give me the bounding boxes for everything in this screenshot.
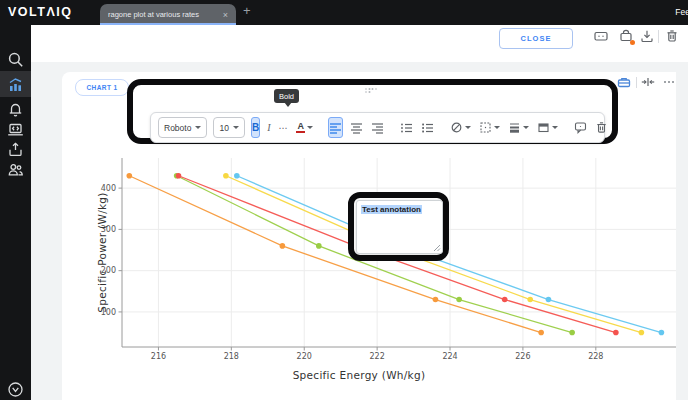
collapse-button[interactable] (640, 75, 656, 89)
font-family-value: Roboto (164, 123, 191, 133)
series-yellow-point (527, 297, 533, 303)
divider (636, 77, 637, 88)
x-axis-label: Specific Energy (Wh/kg) (293, 369, 426, 381)
download-icon (640, 29, 654, 43)
numbered-list-button[interactable] (420, 117, 435, 138)
delete-annotation-button[interactable] (594, 117, 609, 138)
bold-tooltip-caret (284, 102, 292, 107)
tab-ragone[interactable]: ragone plot at various rates × (100, 4, 236, 25)
collapse-icon (641, 75, 655, 89)
highlight-box-toolbar: Roboto 10 B I ⋯ A (127, 79, 618, 144)
align-left-icon (329, 122, 342, 134)
series-orange-point (126, 173, 132, 179)
notification-dot (630, 40, 635, 45)
series-green-point (569, 330, 575, 336)
toolbox-button[interactable] (616, 75, 632, 89)
close-button[interactable]: CLOSE (499, 28, 573, 49)
series-orange-point (280, 243, 286, 249)
merge-cells-icon (537, 121, 550, 134)
align-center-icon (350, 122, 363, 134)
y-axis-label: Specific Power (W/kg) (96, 192, 108, 312)
chevron-down-icon (494, 126, 500, 129)
series-blue-point (234, 173, 240, 179)
delete-chart-button[interactable] (664, 28, 680, 44)
users-icon (7, 161, 24, 178)
comment-button[interactable] (573, 117, 588, 138)
series-green-point (316, 243, 322, 249)
ragone-chart[interactable]: 216218220222224226228100200300400Specifi… (62, 150, 676, 400)
divider (658, 30, 659, 43)
series-red-point (176, 173, 182, 179)
ellipsis-icon (662, 75, 676, 89)
highlight-box-annotation: Test annotation (348, 192, 449, 261)
line-weight-button[interactable] (507, 117, 530, 138)
bullet-list-button[interactable] (399, 117, 414, 138)
merge-cells-button[interactable] (536, 117, 559, 138)
fill-color-button[interactable] (449, 117, 472, 138)
trash-icon (595, 121, 608, 134)
drag-handle[interactable] (365, 88, 380, 93)
sidebar-item-charts[interactable] (0, 71, 31, 97)
x-tick-label: 224 (442, 352, 457, 361)
bold-tooltip: Bold (274, 89, 299, 103)
series-red-point (613, 330, 619, 336)
new-tab-button[interactable]: + (243, 3, 251, 18)
v-circle-icon (7, 381, 24, 398)
trash-icon (665, 29, 679, 43)
tab-title: ragone plot at various rates (108, 10, 219, 19)
bell-icon (7, 101, 24, 118)
y-tick-label: 400 (101, 184, 116, 193)
tag-icon (594, 29, 608, 43)
feedback-link[interactable]: Fee (675, 7, 688, 17)
x-tick-label: 222 (369, 352, 384, 361)
align-left-button[interactable] (328, 117, 343, 138)
chart-tab-button[interactable]: CHART 1 (75, 79, 129, 96)
x-tick-label: 226 (515, 352, 530, 361)
toolbox-icon (617, 75, 631, 89)
italic-button[interactable]: I (266, 117, 271, 138)
font-size-select[interactable]: 10 (213, 117, 244, 138)
upload-icon (7, 141, 24, 158)
x-tick-label: 228 (588, 352, 603, 361)
overflow-button[interactable]: ⋯ (277, 117, 289, 138)
chevron-down-icon (233, 126, 239, 129)
tab-active-indicator (100, 23, 236, 25)
chevron-down-icon (307, 126, 313, 129)
chevron-down-icon (465, 126, 471, 129)
sidebar-item-search[interactable] (0, 46, 31, 72)
borders-button[interactable] (478, 117, 501, 138)
save-button[interactable] (618, 28, 634, 44)
align-center-button[interactable] (349, 117, 364, 138)
text-color-button[interactable]: A (295, 117, 314, 138)
annotation-text: Test annotation (361, 205, 422, 214)
text-format-toolbar: Roboto 10 B I ⋯ A (150, 112, 605, 143)
app-header: VOLTΛIQ ragone plot at various rates × +… (0, 0, 688, 25)
search-icon (7, 51, 24, 68)
download-button[interactable] (639, 28, 655, 44)
series-orange-point (433, 297, 439, 303)
series-orange-point (538, 330, 544, 336)
no-fill-icon (450, 121, 463, 134)
tag-button[interactable] (593, 28, 609, 44)
series-yellow-point (223, 173, 229, 179)
series-green-point (456, 297, 462, 303)
font-family-select[interactable]: Roboto (158, 117, 207, 138)
bullet-list-icon (400, 122, 413, 134)
text-color-value: A (296, 122, 305, 133)
panel-more-button[interactable] (661, 75, 677, 89)
align-right-icon (371, 122, 384, 134)
sidebar-item-voltaiq[interactable] (0, 376, 31, 400)
bold-button[interactable]: B (251, 117, 260, 138)
x-tick-label: 216 (151, 352, 166, 361)
series-blue-line (237, 176, 662, 333)
annotation-textarea[interactable]: Test annotation (356, 200, 443, 254)
sidebar-item-users[interactable] (0, 156, 31, 182)
chevron-down-icon (195, 126, 201, 129)
align-right-button[interactable] (370, 117, 385, 138)
font-size-value: 10 (219, 123, 228, 133)
more-menu-icon[interactable] (681, 31, 688, 47)
chart-icon (7, 76, 24, 93)
x-tick-label: 218 (224, 352, 239, 361)
tab-close-icon[interactable]: × (223, 10, 228, 20)
resize-handle-icon[interactable] (433, 244, 441, 252)
